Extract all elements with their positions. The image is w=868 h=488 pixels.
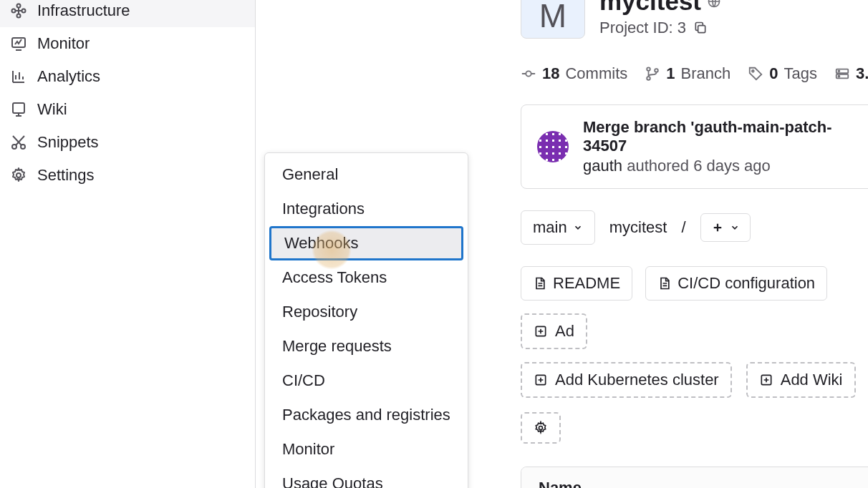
- analytics-icon: [10, 68, 27, 85]
- actions-row-1: README CI/CD configuration Ad: [521, 266, 868, 349]
- sidebar-item-settings[interactable]: Settings: [0, 159, 255, 192]
- settings-flyout: General Integrations Webhooks Access Tok…: [264, 152, 468, 488]
- sidebar-item-label: Analytics: [37, 67, 100, 86]
- document-icon: [657, 276, 672, 291]
- chevron-down-icon: [730, 223, 740, 233]
- commits-icon: [521, 66, 536, 82]
- add-dropdown[interactable]: [700, 213, 751, 242]
- sidebar-item-monitor[interactable]: Monitor: [0, 27, 255, 60]
- plus-box-icon: [534, 373, 548, 387]
- breadcrumb-separator: /: [681, 218, 685, 237]
- copy-icon[interactable]: [693, 21, 708, 35]
- add-wiki-button[interactable]: Add Wiki: [746, 362, 856, 398]
- svg-point-13: [647, 77, 650, 80]
- branch-row: main mycitest /: [521, 210, 868, 245]
- settings-action-button[interactable]: [521, 412, 561, 444]
- commit-title[interactable]: Merge branch 'gauth-main-patch-34507: [583, 118, 862, 155]
- author-avatar[interactable]: [537, 131, 569, 162]
- flyout-item-access-tokens[interactable]: Access Tokens: [265, 260, 468, 295]
- svg-rect-5: [13, 103, 24, 113]
- svg-point-12: [647, 67, 650, 71]
- svg-point-8: [16, 173, 21, 177]
- chevron-down-icon: [573, 223, 583, 233]
- flyout-item-webhooks[interactable]: Webhooks: [269, 226, 463, 260]
- file-table: Name .gitlab-ci.yml M↓ README.md: [521, 467, 868, 488]
- project-id: Project ID: 3: [599, 19, 721, 37]
- svg-point-19: [838, 76, 839, 77]
- document-icon: [533, 276, 547, 291]
- scissors-icon: [10, 134, 27, 151]
- cloud-icon: [10, 2, 27, 19]
- sidebar-item-label: Infrastructure: [37, 1, 130, 20]
- svg-point-18: [838, 70, 839, 72]
- latest-commit-card: Merge branch 'gauth-main-patch-34507 gau…: [521, 104, 868, 189]
- flyout-item-merge-requests[interactable]: Merge requests: [265, 329, 468, 363]
- project-header: M mycitest Project ID: 3: [521, 0, 868, 39]
- sidebar-item-label: Settings: [37, 166, 95, 185]
- sidebar-item-infrastructure[interactable]: Infrastructure: [0, 0, 255, 27]
- flyout-item-packages[interactable]: Packages and registries: [265, 398, 468, 432]
- sidebar-item-snippets[interactable]: Snippets: [0, 126, 255, 159]
- stats-row: 18 Commits 1 Branch 0 Tags 3.2: [521, 64, 868, 83]
- flyout-item-repository[interactable]: Repository: [265, 295, 468, 329]
- svg-point-1: [17, 4, 21, 8]
- storage-icon: [834, 66, 850, 82]
- branch-icon: [645, 66, 660, 82]
- flyout-item-general[interactable]: General: [265, 157, 468, 192]
- breadcrumb-project[interactable]: mycitest: [609, 218, 667, 237]
- add-kubernetes-button[interactable]: Add Kubernetes cluster: [521, 362, 732, 398]
- tag-icon: [748, 66, 763, 82]
- project-avatar: M: [521, 0, 585, 39]
- cicd-config-button[interactable]: CI/CD configuration: [645, 266, 827, 301]
- book-icon: [10, 101, 27, 118]
- sidebar-item-label: Snippets: [37, 133, 99, 152]
- svg-rect-10: [698, 26, 705, 33]
- plus-box-icon: [759, 373, 773, 387]
- svg-point-23: [539, 426, 543, 430]
- flyout-item-cicd[interactable]: CI/CD: [265, 363, 468, 398]
- flyout-item-integrations[interactable]: Integrations: [265, 192, 468, 226]
- stat-branches[interactable]: 1 Branch: [645, 64, 730, 83]
- sidebar-item-analytics[interactable]: Analytics: [0, 60, 255, 93]
- actions-row-2: Add Kubernetes cluster Add Wiki: [521, 362, 868, 444]
- svg-point-3: [17, 14, 21, 18]
- flyout-item-monitor[interactable]: Monitor: [265, 432, 468, 467]
- svg-point-2: [22, 9, 26, 13]
- commit-meta: gauth authored 6 days ago: [583, 157, 862, 175]
- readme-button[interactable]: README: [521, 266, 632, 301]
- stat-tags[interactable]: 0 Tags: [748, 64, 817, 83]
- gear-icon: [10, 167, 27, 184]
- svg-point-0: [12, 9, 16, 13]
- plus-icon: [711, 221, 724, 234]
- stat-commits[interactable]: 18 Commits: [521, 64, 627, 83]
- table-header-name[interactable]: Name: [521, 467, 868, 488]
- project-title: mycitest: [599, 0, 721, 16]
- add-button-partial[interactable]: Ad: [521, 313, 587, 349]
- plus-box-icon: [534, 324, 548, 338]
- monitor-icon: [10, 35, 27, 52]
- sidebar-item-label: Monitor: [37, 34, 90, 53]
- svg-point-15: [752, 70, 754, 72]
- gear-icon: [534, 421, 548, 435]
- branch-selector[interactable]: main: [521, 210, 595, 245]
- sidebar-item-wiki[interactable]: Wiki: [0, 93, 255, 126]
- stat-storage[interactable]: 3.2: [834, 64, 868, 83]
- sidebar-item-label: Wiki: [37, 100, 67, 119]
- svg-point-14: [655, 69, 658, 72]
- svg-point-11: [526, 71, 531, 76]
- flyout-item-usage-quotas[interactable]: Usage Quotas: [265, 467, 468, 488]
- globe-icon: [707, 0, 721, 9]
